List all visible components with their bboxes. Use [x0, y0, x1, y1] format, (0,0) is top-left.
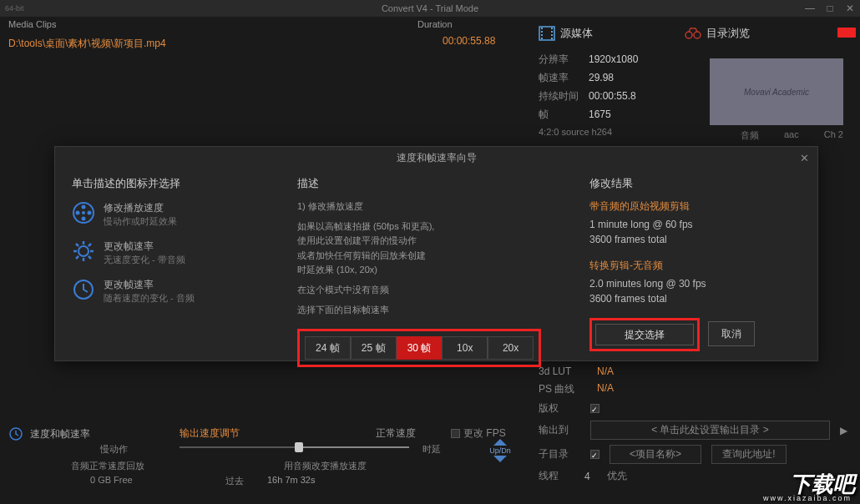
desc-line-7: 选择下面的目标帧速率 [297, 303, 556, 318]
video-thumbnail[interactable]: Movavi Academic [710, 58, 843, 125]
svg-rect-2 [541, 31, 543, 33]
audio-change-label: 用音频改变播放速度 [284, 460, 367, 472]
window-title: Convert V4 - Trial Mode [382, 3, 478, 13]
result-converted-line1: 2.0 minutes long @ 30 fps [589, 278, 801, 290]
dialog-close-button[interactable]: ✕ [800, 152, 809, 164]
desc-line-6: 在这个模式中没有音频 [297, 283, 556, 298]
svg-rect-1 [541, 28, 543, 29]
svg-rect-7 [551, 34, 553, 36]
result-original-title: 带音频的原始视频剪辑 [589, 199, 801, 214]
audio-codec: aac [784, 129, 799, 142]
result-converted-line2: 3600 frames total [589, 293, 801, 305]
fps-24-button[interactable]: 24 帧 [305, 336, 351, 360]
normal-speed-label: 正常速度 [376, 426, 416, 441]
source-media-label: 源媒体 [560, 26, 593, 41]
media-clips-header: Media Clips [8, 19, 417, 29]
copyright-checkbox[interactable] [590, 404, 599, 413]
opt2-title: 更改帧速率 [104, 239, 185, 254]
audio-label: 音频 [741, 129, 759, 142]
ps-curve-label: PS 曲线 [539, 382, 580, 396]
fps-10x-button[interactable]: 10x [442, 336, 488, 360]
frames-value: 1675 [589, 108, 611, 120]
fps-value: 29.98 [589, 72, 614, 83]
duration-header: Duration [417, 19, 518, 29]
option-change-fps-audio[interactable]: 更改帧速率无速度变化 - 带音频 [72, 239, 297, 266]
updn-label: Up/Dn [487, 446, 513, 455]
down-arrow-icon[interactable] [493, 456, 507, 462]
svg-point-10 [694, 32, 701, 38]
disk-free-label: 0 GB Free [90, 475, 133, 485]
opt1-sub: 慢动作或时延效果 [104, 215, 177, 228]
record-indicator [837, 28, 856, 38]
svg-rect-5 [551, 28, 553, 29]
duration-value: 00:00:55.8 [589, 90, 636, 102]
opt3-sub: 随着速度的变化 - 音频 [104, 292, 195, 305]
speed-panel-title: 速度和帧速率 [30, 427, 90, 441]
browse-label[interactable]: 目录浏览 [706, 26, 750, 41]
svg-point-17 [78, 246, 89, 256]
fps-30-button[interactable]: 30 帧 [397, 336, 443, 360]
close-button[interactable]: ✕ [843, 3, 857, 14]
audio-channels: Ch 2 [824, 129, 843, 142]
fps-selector: 24 帧 25 帧 30 帧 10x 20x [297, 329, 541, 367]
submit-button[interactable]: 提交选择 [595, 324, 694, 345]
film-icon [539, 25, 555, 42]
result-heading: 修改结果 [589, 176, 801, 191]
audio-normal-label: 音频正常速度回放 [71, 460, 144, 472]
reel-icon [72, 201, 95, 224]
elapsed-label: 过去 [225, 475, 244, 487]
duration-label: 持续时间 [539, 89, 589, 103]
media-duration: 00:00:55.88 [443, 35, 495, 47]
fps-label: 帧速率 [539, 71, 589, 85]
opt3-title: 更改帧速率 [104, 278, 195, 292]
svg-point-15 [76, 211, 80, 215]
output-speed-label: 输出速度调节 [180, 426, 240, 441]
result-original-line1: 1 minute long @ 60 fps [589, 219, 801, 230]
resolution-value: 1920x1080 [589, 53, 638, 65]
opt1-title: 修改播放速度 [104, 201, 177, 215]
slow-motion-label: 慢动作 [100, 443, 128, 456]
ps-curve-value[interactable]: N/A [597, 382, 614, 396]
thumbnail-text: Movavi Academic [744, 88, 809, 97]
fps-25-button[interactable]: 25 帧 [351, 336, 397, 360]
minimize-button[interactable]: — [803, 3, 817, 14]
desc-line-2: 如果以高帧速拍摄 (50fps 和更高), [297, 219, 556, 234]
description-heading: 描述 [297, 176, 556, 191]
option-playback-speed[interactable]: 修改播放速度慢动作或时延效果 [72, 201, 297, 228]
svg-point-9 [685, 32, 692, 38]
lut3d-value[interactable]: N/A [597, 365, 614, 377]
result-original-line2: 3600 frames total [589, 234, 801, 245]
clock-icon [8, 426, 23, 441]
frames-label: 帧 [539, 108, 589, 122]
svg-rect-6 [551, 31, 553, 33]
up-arrow-icon[interactable] [493, 439, 507, 446]
speed-slider[interactable] [180, 446, 409, 448]
svg-point-13 [88, 211, 92, 215]
gear-icon [72, 239, 95, 263]
copyright-label: 版权 [539, 401, 580, 416]
desc-line-1: 1) 修改播放速度 [297, 199, 556, 214]
change-fps-checkbox[interactable] [451, 429, 460, 438]
maximize-button[interactable]: □ [823, 3, 837, 14]
svg-rect-4 [541, 38, 543, 39]
svg-point-14 [82, 217, 86, 221]
svg-rect-8 [551, 38, 553, 39]
desc-line-4: 或者加快任何剪辑的回放来创建 [297, 249, 556, 264]
fps-20x-button[interactable]: 20x [488, 336, 534, 360]
elapsed-time: 16h 7m 32s [267, 475, 315, 485]
resolution-label: 分辨率 [539, 53, 589, 67]
svg-rect-3 [541, 34, 543, 36]
result-converted-title: 转换剪辑-无音频 [589, 259, 801, 273]
speed-framerate-wizard-dialog: 速度和帧速率向导 ✕ 单击描述的图标并选择 修改播放速度慢动作或时延效果 更改帧… [54, 146, 818, 361]
desc-line-5: 时延效果 (10x, 20x) [297, 263, 556, 278]
dialog-title: 速度和帧速率向导 [55, 147, 817, 169]
option-change-fps-speed[interactable]: 更改帧速率随着速度的变化 - 音频 [72, 278, 297, 305]
svg-point-12 [82, 205, 86, 209]
cancel-button[interactable]: 取消 [708, 321, 755, 346]
updown-control[interactable]: Up/Dn [487, 438, 513, 463]
watermark-url: www.xiazaiba.com [763, 494, 852, 502]
source-format: 4:2:0 source h264 [539, 127, 612, 137]
svg-point-16 [82, 211, 85, 214]
select-icon-heading: 单击描述的图标并选择 [72, 176, 297, 191]
desc-line-3: 使用此设置创建平滑的慢动作 [297, 234, 556, 249]
